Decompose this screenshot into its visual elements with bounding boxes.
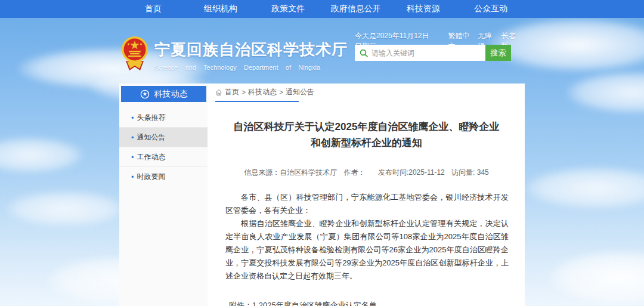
site-brand: 宁夏回族自治区科学技术厅 Science and Technology Depa… — [121, 35, 348, 73]
bullet-icon: • — [131, 113, 134, 122]
main-content: 首页 > 科技动态 > 通知公告 自治区科技厅关于认定2025年度自治区雏鹰企业… — [208, 84, 525, 306]
meta-views: 345 — [477, 168, 489, 177]
nav-item-resources[interactable]: 科技资源 — [389, 0, 457, 18]
cloud-decor — [566, 72, 644, 113]
attachment-link-1[interactable]: 1.2025年度自治区雏鹰企业认定名单 — [252, 299, 400, 306]
breadcrumb-separator: > — [242, 88, 246, 97]
breadcrumb: 首页 > 科技动态 > 通知公告 — [215, 84, 299, 102]
attachments-label: 附件： — [229, 299, 252, 306]
nav-item-policy[interactable]: 政策文件 — [255, 0, 322, 18]
breadcrumb-level2[interactable]: 通知公告 — [286, 87, 314, 97]
breadcrumb-home[interactable]: 首页 — [225, 87, 239, 97]
subtitle-word: Ningxia — [298, 64, 320, 71]
cloud-decor — [6, 191, 125, 227]
cloud-decor — [549, 251, 644, 304]
sidebar-header[interactable]: 科技动态 — [121, 86, 206, 102]
cloud-decor — [525, 167, 644, 209]
sidebar-item-label: 时政要闻 — [137, 172, 166, 182]
meta-source-label: 信息来源： — [244, 168, 280, 177]
sidebar-menu: • 头条推荐 • 通知公告 • 工作动态 • 时政要闻 — [119, 108, 208, 187]
national-emblem-logo — [121, 35, 148, 73]
sidebar-item-headlines[interactable]: • 头条推荐 — [119, 108, 208, 128]
breadcrumb-separator: > — [279, 88, 283, 97]
home-icon — [215, 89, 222, 96]
sidebar-item-politics-news[interactable]: • 时政要闻 — [119, 167, 208, 187]
subtitle-word: and — [185, 64, 196, 71]
cloud-decor — [0, 137, 83, 173]
content-panel: 科技动态 • 头条推荐 • 通知公告 • 工作动态 • 时政要闻 — [119, 84, 525, 306]
page: 首页 组织机构 政策文件 政府信息公开 科技资源 公众互动 宁夏回族自治区科学技… — [0, 0, 644, 306]
meta-time-label: 发布时间: — [378, 168, 408, 177]
bullet-icon: • — [131, 172, 134, 181]
subtitle-word: Science — [154, 64, 178, 71]
top-navigation: 首页 组织机构 政策文件 政府信息公开 科技资源 公众互动 — [0, 0, 644, 18]
article-title: 自治区科技厅关于认定2025年度自治区雏鹰企业、瞪羚企业 和创新型标杆企业的通知 — [215, 119, 518, 151]
article-title-line2: 和创新型标杆企业的通知 — [215, 135, 518, 151]
bullet-icon: • — [131, 133, 134, 142]
subtitle-word: Department — [244, 64, 278, 71]
sidebar-item-work-news[interactable]: • 工作动态 — [119, 147, 208, 167]
sidebar-item-notices[interactable]: • 通知公告 — [119, 128, 208, 147]
nav-item-gov-info[interactable]: 政府信息公开 — [322, 0, 389, 18]
meta-views-label: 访问量: — [451, 168, 475, 177]
subtitle-word: Technology — [203, 64, 237, 71]
subtitle-word: of — [286, 64, 291, 71]
nav-item-org[interactable]: 组织机构 — [187, 0, 254, 18]
meta-time: 2025-11-12 — [408, 168, 445, 177]
sidebar-item-label: 头条推荐 — [137, 113, 166, 123]
search-icon — [360, 49, 368, 57]
breadcrumb-level1[interactable]: 科技动态 — [248, 87, 277, 97]
article-body: 各市、县（区）科技管理部门，宁东能源化工基地管委会，银川经济技术开发区管委会，各… — [215, 191, 518, 283]
sidebar: 科技动态 • 头条推荐 • 通知公告 • 工作动态 • 时政要闻 — [119, 84, 208, 306]
site-title: 宁夏回族自治区科学技术厅 — [154, 39, 348, 60]
search-button[interactable]: 搜索 — [485, 45, 511, 61]
sidebar-title: 科技动态 — [154, 89, 188, 100]
search-input-wrap — [355, 45, 485, 61]
nav-item-interaction[interactable]: 公众互动 — [457, 0, 525, 18]
site-subtitle: Science and Technology Department of Nin… — [154, 64, 320, 71]
meta-author-label: 作者： — [344, 168, 366, 177]
sidebar-item-label: 工作动态 — [137, 152, 166, 162]
article-title-line1: 自治区科技厅关于认定2025年度自治区雏鹰企业、瞪羚企业 — [215, 119, 518, 135]
sidebar-item-label: 通知公告 — [137, 132, 166, 143]
nav-item-home[interactable]: 首页 — [119, 0, 187, 18]
search-input[interactable] — [371, 49, 481, 57]
article-paragraph: 各市、县（区）科技管理部门，宁东能源化工基地管委会，银川经济技术开发区管委会，各… — [225, 191, 509, 217]
article-paragraph: 根据自治区雏鹰企业、瞪羚企业和创新型标杆企业认定管理有关规定，决定认定半亩良人农… — [225, 217, 509, 283]
tech-news-icon — [140, 89, 150, 99]
attachments-section: 附件： 1.2025年度自治区雏鹰企业认定名单 2.2025年度自治区瞪羚企业认… — [215, 299, 518, 306]
article-meta: 信息来源：自治区科学技术厅 作者： 发布时间:2025-11-12 访问量: 3… — [215, 168, 518, 178]
meta-source: 自治区科学技术厅 — [280, 168, 337, 177]
search-bar: 搜索 — [355, 45, 511, 61]
bullet-icon: • — [131, 153, 134, 162]
